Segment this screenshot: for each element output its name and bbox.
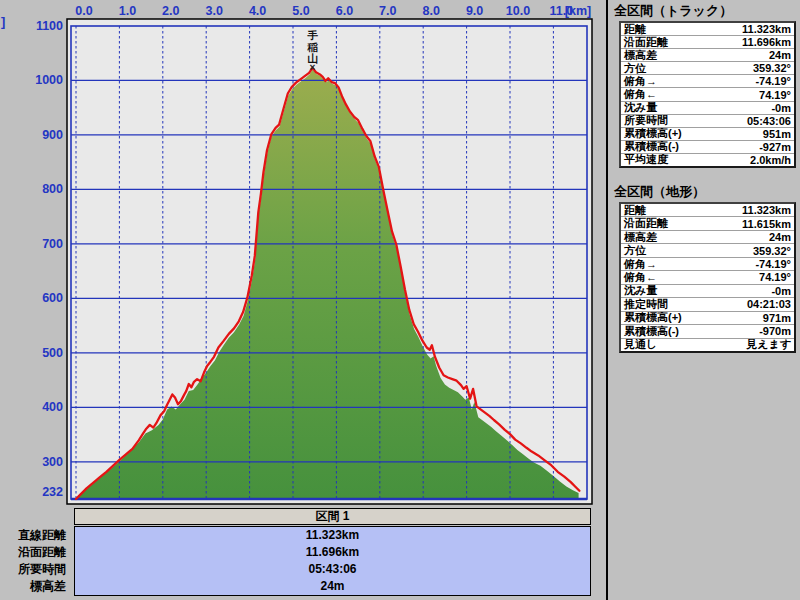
y-axis-tick-label: 700: [42, 237, 63, 251]
x-axis-tick-label: 8.0: [423, 4, 440, 18]
stat-value: 951m: [763, 128, 794, 140]
stat-label: 累積標高(-): [621, 141, 679, 154]
stat-row: 方位359.32°: [621, 62, 794, 75]
x-axis-tick-label: 9.0: [466, 4, 483, 18]
section-table: 区間 1 11.323km11.696km05:43:0624m: [74, 508, 591, 596]
y-axis-tick-label: 300: [42, 455, 63, 469]
y-axis-tick-label: 1000: [35, 73, 63, 87]
stat-value: 11.615km: [742, 218, 794, 230]
stat-value: -0m: [771, 102, 794, 114]
y-axis-tick-label: 400: [42, 400, 63, 414]
stat-label: 沿面距離: [621, 217, 668, 230]
stat-row: 推定時間04:21:03: [621, 298, 794, 311]
stat-row: 累積標高(-)-970m: [621, 325, 794, 338]
stat-label: 距離: [621, 23, 646, 36]
stat-label: 俯角→: [621, 75, 657, 88]
stat-value: 359.32°: [753, 62, 794, 74]
stat-value: 971m: [763, 312, 794, 324]
stat-label: 沈み量: [621, 102, 657, 115]
stats-table-track: 距離11.323km沿面距離11.696km標高差24m方位359.32°俯角→…: [619, 21, 796, 168]
stat-label: 所要時間: [621, 115, 668, 128]
stat-label: 推定時間: [621, 298, 668, 311]
stat-row: 俯角←74.19°: [621, 88, 794, 101]
stat-row: 見通し見えます: [621, 339, 794, 351]
stats-table-terrain: 距離11.323km沿面距離11.615km標高差24m方位359.32°俯角→…: [619, 202, 796, 353]
section-row-label: 沿面距離: [0, 544, 66, 561]
section-row-label: 直線距離: [0, 527, 66, 544]
y-axis-min-label: 232: [42, 485, 63, 499]
stat-value: 74.19°: [759, 89, 794, 101]
x-axis-tick-label: 2.0: [162, 4, 179, 18]
stat-row: 俯角→-74.19°: [621, 75, 794, 88]
stat-row: 累積標高(+)971m: [621, 312, 794, 325]
stat-label: 累積標高(+): [621, 128, 682, 141]
stat-label: 方位: [621, 62, 646, 75]
stat-row: 距離11.323km: [621, 23, 794, 36]
stat-row: 方位359.32°: [621, 244, 794, 257]
stat-value: -0m: [771, 285, 794, 297]
stat-value: 24m: [769, 49, 794, 61]
stat-row: 俯角→-74.19°: [621, 258, 794, 271]
x-axis-tick-label: 7.0: [379, 4, 396, 18]
stat-row: 沈み量-0m: [621, 285, 794, 298]
x-axis-tick-label: 0.0: [75, 4, 92, 18]
y-axis-tick-label: 900: [42, 128, 63, 142]
x-axis-tick-label: 4.0: [249, 4, 266, 18]
section-row-value: 05:43:06: [75, 561, 590, 578]
summit-marker-icon: ×: [310, 62, 316, 73]
y-axis-unit-clipped: ]: [1, 14, 5, 29]
section-header: 区間 1: [74, 508, 591, 525]
stat-label: 標高差: [621, 49, 657, 62]
stat-row: 俯角←74.19°: [621, 271, 794, 284]
y-axis-tick-label: 800: [42, 182, 63, 196]
stat-label: 標高差: [621, 231, 657, 244]
stat-value: -970m: [759, 325, 794, 337]
section-body: 11.323km11.696km05:43:0624m: [74, 526, 591, 596]
stat-value: -74.19°: [755, 258, 794, 270]
y-axis-tick-label: 500: [42, 346, 63, 360]
summit-name-char: 手: [307, 29, 318, 41]
panel-title-terrain: 全区間（地形）: [614, 183, 705, 201]
panel-title-track: 全区間（トラック）: [614, 2, 732, 20]
stat-row: 累積標高(+)951m: [621, 128, 794, 141]
stat-row: 平均速度2.0km/h: [621, 154, 794, 166]
stat-value: 見えます: [746, 339, 794, 351]
section-row-value: 11.323km: [75, 527, 590, 544]
stat-row: 沿面距離11.696km: [621, 36, 794, 49]
stat-row: 標高差24m: [621, 231, 794, 244]
stat-value: -74.19°: [755, 75, 794, 87]
stat-label: 沿面距離: [621, 36, 668, 49]
stat-label: 平均速度: [621, 154, 668, 166]
stat-label: 俯角←: [621, 271, 657, 284]
stat-row: 沿面距離11.615km: [621, 217, 794, 230]
stat-value: 74.19°: [759, 271, 794, 283]
stat-label: 沈み量: [621, 285, 657, 298]
stat-value: 05:43:06: [747, 115, 794, 127]
stat-value: 04:21:03: [747, 298, 794, 310]
stat-label: 俯角→: [621, 258, 657, 271]
stat-row: 累積標高(-)-927m: [621, 141, 794, 154]
stat-label: 距離: [621, 204, 646, 217]
x-axis-tick-label: 10.0: [506, 4, 530, 18]
stat-label: 方位: [621, 244, 646, 257]
x-axis-unit-label: [km]: [565, 4, 591, 18]
summit-name-char: 稲: [306, 41, 318, 53]
stat-value: 11.696km: [742, 36, 794, 48]
y-axis-tick-label: 1100: [36, 19, 63, 33]
stat-row: 標高差24m: [621, 49, 794, 62]
x-axis-tick-label: 5.0: [292, 4, 309, 18]
section-row-label: 標高差: [0, 578, 66, 595]
elevation-profile-window: 0.01.02.03.04.05.06.07.08.09.010.011.0[k…: [0, 0, 800, 600]
section-row-value: 11.696km: [75, 544, 590, 561]
section-row-value: 24m: [75, 578, 590, 595]
stat-label: 累積標高(-): [621, 325, 679, 338]
stat-value: 24m: [769, 231, 794, 243]
stat-value: 11.323km: [742, 204, 794, 216]
stat-row: 所要時間05:43:06: [621, 115, 794, 128]
stat-label: 俯角←: [621, 88, 657, 101]
stat-row: 沈み量-0m: [621, 102, 794, 115]
x-axis-tick-label: 6.0: [336, 4, 353, 18]
stat-value: -927m: [759, 141, 794, 153]
stat-label: 累積標高(+): [621, 312, 682, 325]
stat-value: 11.323km: [742, 23, 794, 35]
